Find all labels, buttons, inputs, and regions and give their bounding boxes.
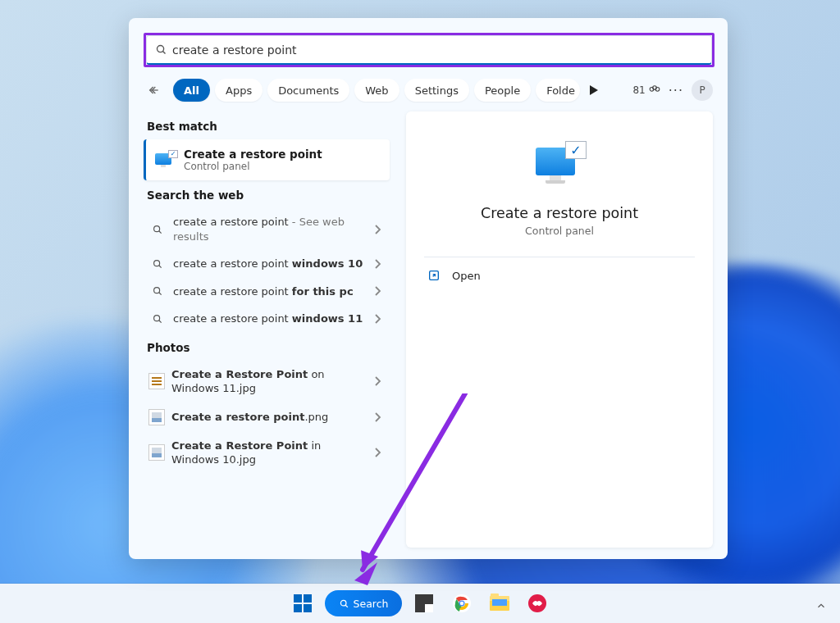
search-input[interactable] (172, 43, 703, 57)
svg-point-12 (154, 288, 160, 293)
more-options-button[interactable]: ··· (665, 83, 687, 98)
chevron-up-icon (815, 600, 827, 612)
chevron-right-icon (370, 314, 385, 324)
taskbar-search-button[interactable]: Search (325, 590, 402, 616)
detail-subtitle: Control panel (525, 225, 594, 237)
search-icon (148, 224, 167, 235)
search-icon (148, 258, 167, 270)
search-icon (148, 285, 167, 297)
search-highlight-annotation (144, 33, 714, 67)
svg-point-0 (158, 46, 164, 52)
filter-folders[interactable]: Folde (536, 79, 580, 102)
file-thumbnail-icon (148, 409, 165, 425)
windows-logo-icon (294, 594, 312, 612)
app-icon (528, 594, 546, 612)
open-icon (427, 269, 441, 282)
filter-apps[interactable]: Apps (215, 79, 262, 102)
svg-line-13 (159, 293, 162, 295)
filter-all[interactable]: All (173, 79, 210, 102)
filter-people[interactable]: People (474, 79, 531, 102)
trophy-icon (649, 84, 660, 96)
section-photos: Photos (144, 333, 390, 361)
restore-point-large-icon: ✓ (536, 139, 583, 187)
chevron-right-icon (370, 259, 385, 269)
web-result-3[interactable]: create a restore point for this pc (144, 278, 390, 306)
rewards-points[interactable]: 81 (632, 84, 660, 96)
best-match-title: Create a restore point (184, 148, 322, 161)
start-button[interactable] (287, 588, 318, 619)
svg-line-21 (345, 605, 348, 607)
filter-web[interactable]: Web (354, 79, 399, 102)
chevron-right-icon (370, 286, 385, 296)
search-icon (155, 43, 167, 56)
svg-line-11 (159, 266, 162, 268)
svg-line-9 (159, 230, 162, 233)
filter-documents[interactable]: Documents (267, 79, 349, 102)
search-icon (148, 313, 167, 325)
chrome-icon (452, 593, 472, 613)
open-action[interactable]: Open (424, 262, 695, 289)
folder-icon (490, 596, 509, 611)
user-avatar[interactable]: P (692, 80, 713, 101)
web-result-4[interactable]: create a restore point windows 11 (144, 305, 390, 333)
svg-point-10 (154, 260, 160, 266)
chevron-right-icon (370, 225, 385, 234)
search-icon (339, 598, 349, 609)
show-hidden-icons-button[interactable] (815, 600, 827, 612)
taskbar-search-label: Search (354, 598, 389, 610)
svg-line-15 (159, 321, 162, 323)
task-view-button[interactable] (409, 588, 440, 619)
filter-row: All Apps Documents Web Settings People F… (129, 75, 728, 108)
svg-point-14 (154, 316, 160, 321)
task-view-icon (415, 594, 433, 612)
svg-point-24 (460, 602, 464, 606)
search-bar[interactable] (146, 35, 712, 65)
web-result-1[interactable]: create a restore point - See web results (144, 208, 390, 250)
divider (424, 257, 695, 257)
web-result-2[interactable]: create a restore point windows 10 (144, 250, 390, 278)
svg-line-17 (363, 393, 465, 570)
section-search-web: Search the web (144, 180, 390, 208)
open-label: Open (452, 270, 481, 282)
restore-point-icon: ✓ (153, 150, 177, 170)
file-explorer-button[interactable] (484, 588, 515, 619)
filter-settings[interactable]: Settings (404, 79, 469, 102)
svg-line-1 (163, 52, 166, 54)
chevron-right-icon (370, 376, 385, 386)
section-best-match: Best match (144, 111, 390, 139)
points-value: 81 (632, 84, 645, 96)
annotation-arrow (346, 393, 477, 590)
chrome-button[interactable] (446, 588, 477, 619)
detail-title: Create a restore point (481, 205, 638, 221)
best-match-item[interactable]: ✓ Create a restore point Control panel (144, 139, 390, 180)
svg-marker-4 (590, 85, 598, 95)
svg-point-8 (154, 225, 160, 231)
file-thumbnail-icon (148, 444, 165, 461)
svg-point-20 (340, 600, 346, 606)
file-thumbnail-icon (148, 373, 165, 389)
best-match-subtitle: Control panel (184, 161, 322, 172)
back-button[interactable] (144, 80, 165, 101)
app-button[interactable] (522, 588, 553, 619)
more-filters-button[interactable] (587, 85, 601, 95)
